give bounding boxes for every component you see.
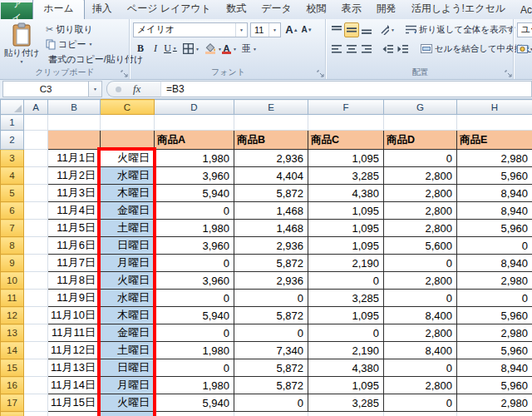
cell-value[interactable]: 0: [384, 359, 457, 377]
cell-product-header[interactable]: 商品D: [384, 131, 457, 150]
align-left-button[interactable]: [329, 42, 344, 57]
row-header-4[interactable]: 4: [1, 167, 24, 185]
cell-value[interactable]: 5,872: [234, 307, 308, 324]
cell-day[interactable]: 火曜日: [101, 394, 155, 412]
cell-date[interactable]: 11月5日: [48, 220, 101, 237]
row-header-2[interactable]: 2: [1, 131, 24, 150]
cell-value[interactable]: 8,940: [457, 255, 532, 272]
tab-データ[interactable]: データ: [254, 0, 299, 19]
cell-empty[interactable]: [101, 115, 155, 131]
row-header-9[interactable]: 9: [1, 255, 24, 272]
cell-value[interactable]: 5,600: [384, 237, 457, 255]
cell-empty[interactable]: [24, 272, 48, 290]
cell-empty[interactable]: [24, 237, 48, 255]
cell-value[interactable]: 5,872: [234, 185, 308, 202]
cell-value[interactable]: 2,980: [457, 272, 532, 290]
cell-empty[interactable]: [24, 185, 48, 202]
align-middle-button[interactable]: [344, 22, 359, 37]
cell-value[interactable]: 0: [155, 290, 234, 307]
cell-value[interactable]: 0: [234, 324, 308, 342]
cell-date[interactable]: 11月13日: [48, 359, 101, 377]
copy-button[interactable]: コピー ▼: [44, 37, 127, 52]
cell-empty[interactable]: [384, 115, 457, 131]
drag-handle-dot[interactable]: [116, 87, 121, 92]
cell-value[interactable]: 0: [155, 359, 234, 377]
tab-ホーム[interactable]: ホーム: [32, 0, 85, 19]
paste-button[interactable]: 貼り付け ▼: [3, 22, 40, 66]
cell-product-header[interactable]: 商品B: [234, 131, 308, 150]
cell-value[interactable]: 7,340: [234, 342, 308, 359]
cell-day[interactable]: 金曜日: [101, 324, 155, 342]
cell-day[interactable]: 月曜日: [101, 255, 155, 272]
cell-date[interactable]: 11月6日: [48, 237, 101, 255]
cell-value[interactable]: 2,190: [308, 342, 384, 359]
cell-empty[interactable]: [24, 167, 48, 185]
col-header-F[interactable]: F: [308, 100, 384, 115]
cell-day[interactable]: 木曜日: [101, 307, 155, 324]
bold-button[interactable]: B: [133, 42, 148, 57]
cell-value[interactable]: 2,980: [457, 150, 532, 167]
chevron-down-icon[interactable]: ▼: [268, 23, 280, 37]
cell-value[interactable]: 4,380: [308, 185, 384, 202]
row-header-15[interactable]: 15: [1, 359, 24, 377]
cell-empty[interactable]: [24, 255, 48, 272]
cell-empty[interactable]: [457, 412, 532, 416]
cell-value[interactable]: 0: [234, 394, 308, 412]
underline-button[interactable]: U: [163, 42, 178, 57]
cell-value[interactable]: 2,190: [308, 255, 384, 272]
cell-value[interactable]: 2,800: [384, 272, 457, 290]
cell-day[interactable]: 日曜日: [101, 237, 155, 255]
cell-value[interactable]: 1,095: [308, 237, 384, 255]
cell-empty[interactable]: [234, 412, 308, 416]
shrink-font-button[interactable]: A▼: [299, 22, 314, 37]
cell-value[interactable]: 2,800: [384, 377, 457, 394]
cell-day[interactable]: 木曜日: [101, 185, 155, 202]
font-size-combo[interactable]: 11 ▼: [250, 22, 281, 37]
row-header-8[interactable]: 8: [1, 237, 24, 255]
cell-date[interactable]: 11月15日: [48, 394, 101, 412]
tab-活用しよう!エクセル[interactable]: 活用しよう!エクセル: [404, 0, 513, 19]
font-dialog-launcher-icon[interactable]: [317, 70, 324, 77]
col-header-H[interactable]: H: [457, 100, 532, 115]
cell-day[interactable]: 土曜日: [101, 220, 155, 237]
cell-value[interactable]: 1,980: [155, 342, 234, 359]
cell-value[interactable]: 1,095: [308, 220, 384, 237]
cell-empty[interactable]: [24, 150, 48, 167]
grow-font-button[interactable]: A▲: [284, 22, 299, 37]
row-header-3[interactable]: 3: [1, 150, 24, 167]
cell-value[interactable]: 1,980: [155, 220, 234, 237]
cell-value[interactable]: 2,800: [384, 220, 457, 237]
cell-day[interactable]: 火曜日: [101, 272, 155, 290]
row-header-13[interactable]: 13: [1, 324, 24, 342]
cell-value[interactable]: 2,936: [234, 272, 308, 290]
cell-empty[interactable]: [24, 342, 48, 359]
cell-day[interactable]: 月曜日: [101, 377, 155, 394]
formula-input[interactable]: =B3: [160, 81, 532, 97]
cell-empty[interactable]: [24, 290, 48, 307]
cell-value[interactable]: 2,800: [384, 202, 457, 220]
cell-date[interactable]: 11月7日: [48, 255, 101, 272]
cell-value[interactable]: 1,980: [155, 150, 234, 167]
cell-empty[interactable]: [384, 412, 457, 416]
tab-数式[interactable]: 数式: [219, 0, 254, 19]
cell-value[interactable]: 0: [155, 255, 234, 272]
row-header-7[interactable]: 7: [1, 220, 24, 237]
cell-value[interactable]: 2,800: [384, 324, 457, 342]
decrease-indent-button[interactable]: [380, 42, 395, 57]
cell-value[interactable]: 4,404: [234, 167, 308, 185]
phonetic-button[interactable]: 亜: [242, 42, 257, 57]
font-color-button[interactable]: A: [222, 42, 237, 57]
cell-date[interactable]: 11月14日: [48, 377, 101, 394]
cell-value[interactable]: 5,960: [457, 307, 532, 324]
cell-value[interactable]: 3,285: [308, 394, 384, 412]
cell-value[interactable]: 5,872: [234, 359, 308, 377]
cell-value[interactable]: 1,095: [308, 307, 384, 324]
row-header-12[interactable]: 12: [1, 307, 24, 324]
cell-value[interactable]: 3,960: [155, 237, 234, 255]
wrap-text-button[interactable]: 折り返して全体を表示する: [403, 22, 527, 37]
name-box[interactable]: C3: [2, 81, 88, 97]
cell-day[interactable]: 金曜日: [101, 202, 155, 220]
font-name-combo[interactable]: メイリオ ▼: [133, 22, 248, 37]
chevron-down-icon[interactable]: ▼: [235, 23, 247, 37]
col-header-E[interactable]: E: [234, 100, 308, 115]
